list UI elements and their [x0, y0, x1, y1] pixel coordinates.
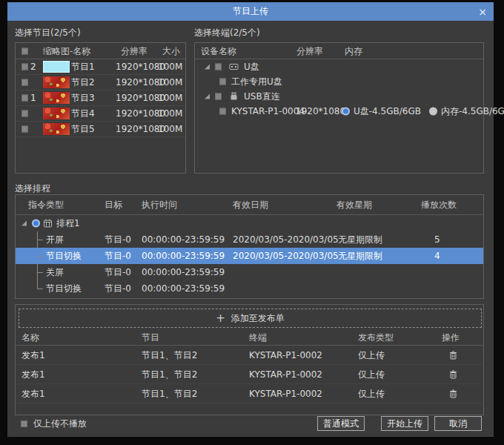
- publish-programs: 节目1、节目2: [142, 387, 197, 400]
- terminals-section-label: 选择终端(2/5个): [194, 27, 260, 39]
- publish-type: 仅上传: [358, 368, 385, 380]
- row-checkbox[interactable]: [21, 64, 28, 70]
- terminal-group-row[interactable]: U盘: [195, 59, 483, 74]
- program-row[interactable]: 节目5 1920*1080 100M: [16, 122, 185, 137]
- program-thumbnail: [43, 123, 70, 135]
- programs-section-label: 选择节目(2/5个): [15, 27, 81, 39]
- column-device-name: 设备名称: [201, 44, 236, 57]
- terminals-table-header: 设备名称 分辨率 内存: [195, 43, 483, 59]
- program-size: 100M: [158, 77, 182, 88]
- storage-memory-radio[interactable]: [429, 108, 437, 116]
- schedule-row[interactable]: 关屏 节目-0 00:00:00-23:59:59: [16, 264, 483, 280]
- row-checkbox[interactable]: [215, 93, 222, 100]
- row-checkbox[interactable]: [219, 108, 226, 115]
- program-row[interactable]: 节目2 1920*1080 100M: [16, 75, 185, 90]
- publish-name: 发布1: [21, 368, 45, 380]
- screen-background: 节目上传 × 选择节目(2/5个) 选择终端(2/5个) 缩略图-名称 分辨率 …: [0, 0, 504, 445]
- program-name: 节目4: [71, 108, 95, 120]
- command-type: 节目切换: [46, 283, 82, 295]
- column-valid-date: 有效日期: [233, 199, 268, 211]
- publish-rows: 发布1 节目1、节目2 KYSTAR-P1-0002 仅上传 发布1 节目1、节…: [16, 346, 483, 403]
- upload-only-checkbox[interactable]: [21, 421, 27, 427]
- row-checkbox[interactable]: [21, 111, 28, 117]
- program-row[interactable]: 2 节目1 1920*1080 100M: [16, 59, 185, 75]
- expand-icon[interactable]: [205, 65, 210, 70]
- schedule-section-label: 选择排程: [15, 182, 50, 195]
- expand-icon[interactable]: [21, 221, 27, 226]
- add-to-publish-button[interactable]: + 添加至发布单: [19, 309, 482, 328]
- program-name: 节目1: [71, 61, 95, 73]
- select-all-checkbox[interactable]: [21, 47, 28, 54]
- exec-time: 00:00:00-23:59:59: [142, 251, 225, 261]
- schedule-row[interactable]: 节目切换 节目-0 00:00:00-23:59:59: [16, 280, 483, 297]
- publish-terminal: KYSTAR-P1-0002: [249, 369, 322, 380]
- column-play-count: 播放次数: [421, 199, 457, 211]
- delete-icon[interactable]: [449, 370, 457, 379]
- expand-icon[interactable]: [205, 94, 210, 99]
- publish-name: 发布1: [21, 387, 45, 400]
- row-checkbox[interactable]: [219, 79, 226, 85]
- normal-mode-button[interactable]: 普通模式: [317, 416, 365, 431]
- upload-only-option[interactable]: 仅上传不播放: [21, 415, 87, 432]
- column-program: 节目: [142, 331, 159, 343]
- storage-udisk-radio[interactable]: [342, 108, 350, 116]
- publish-type: 仅上传: [358, 349, 385, 361]
- terminal-label: 工作专用U盘: [231, 76, 282, 88]
- delete-icon[interactable]: [449, 389, 457, 398]
- column-size: 大小: [162, 44, 180, 57]
- command-target: 节目-0: [105, 250, 131, 263]
- terminal-group-row[interactable]: USB直连: [195, 89, 483, 104]
- programs-table: 缩略图-名称 分辨率 大小 2 节目1 1920*1080 100M 节目2 1…: [15, 42, 186, 174]
- publish-table-header: 名称 节目 终端 发布类型 操作: [16, 329, 483, 346]
- terminal-child-row[interactable]: 工作专用U盘: [195, 74, 483, 89]
- command-target: 节目-0: [105, 283, 131, 295]
- row-checkbox[interactable]: [215, 64, 222, 70]
- close-icon[interactable]: ×: [471, 2, 494, 21]
- publish-terminal: KYSTAR-P1-0002: [249, 350, 322, 360]
- publish-name: 发布1: [21, 349, 45, 361]
- column-target: 目标: [105, 199, 122, 211]
- publish-row[interactable]: 发布1 节目1、节目2 KYSTAR-P1-0002 仅上传: [16, 346, 483, 365]
- schedule-row[interactable]: 开屏 节目-0 00:00:00-23:59:59 2020/03/05-202…: [16, 231, 483, 248]
- column-resolution: 分辨率: [296, 44, 323, 57]
- schedule-row-selected[interactable]: 节目切换 节目-0 00:00:00-23:59:59 2020/03/05-2…: [16, 248, 483, 264]
- terminal-group-label: USB直连: [244, 90, 280, 103]
- schedule-group-row[interactable]: 排程1: [16, 215, 483, 231]
- publish-row[interactable]: 发布1 节目1、节目2 KYSTAR-P1-0002 仅上传: [16, 365, 483, 384]
- column-command-type: 指令类型: [28, 199, 64, 211]
- row-checkbox[interactable]: [21, 126, 28, 133]
- program-name: 节目5: [71, 123, 95, 136]
- dialog-titlebar[interactable]: 节目上传 ×: [7, 2, 494, 21]
- valid-date: 2020/03/05-2020/03/05: [233, 234, 339, 245]
- add-to-publish-label: 添加至发布单: [231, 312, 285, 325]
- terminals-table: 设备名称 分辨率 内存 U盘 工作专用U盘: [194, 42, 484, 174]
- program-thumbnail: [43, 76, 70, 88]
- program-name: 节目2: [71, 76, 95, 89]
- start-upload-button[interactable]: 开始上传: [381, 416, 428, 431]
- publish-type: 仅上传: [358, 387, 385, 400]
- program-upload-dialog: 节目上传 × 选择节目(2/5个) 选择终端(2/5个) 缩略图-名称 分辨率 …: [7, 2, 494, 437]
- schedule-radio[interactable]: [32, 220, 40, 228]
- storage-memory-label: 内存-4.5GB/6GB: [441, 105, 504, 118]
- calendar-icon: [43, 219, 53, 228]
- row-checkbox[interactable]: [21, 79, 28, 86]
- command-target: 节目-0: [105, 266, 131, 279]
- cancel-button[interactable]: 取消: [434, 416, 482, 431]
- program-row[interactable]: 1 节目3 1920*1080 100M: [16, 90, 185, 106]
- program-row[interactable]: 节目4 1920*1080 100M: [16, 106, 185, 122]
- command-type: 节目切换: [46, 250, 82, 263]
- valid-week: 无星期限制: [338, 250, 382, 263]
- command-type: 关屏: [46, 266, 64, 279]
- publish-row[interactable]: 发布1 节目1、节目2 KYSTAR-P1-0002 仅上传: [16, 384, 483, 403]
- column-exec-time: 执行时间: [142, 199, 177, 211]
- valid-date: 2020/03/05-2020/03/05: [233, 251, 339, 261]
- publish-list: + 添加至发布单 名称 节目 终端 发布类型 操作 发布1 节目1、节目2 KY…: [15, 304, 484, 415]
- row-checkbox[interactable]: [21, 95, 28, 102]
- publish-terminal: KYSTAR-P1-0002: [249, 389, 322, 399]
- command-target: 节目-0: [105, 234, 131, 246]
- terminal-device-row[interactable]: KYSTAR-P1-0004 1920*1080 U盘-4.5GB/6GB 内存…: [195, 104, 483, 119]
- program-name: 节目3: [71, 92, 95, 105]
- schedule-rows: 排程1 开屏 节目-0 00:00:00-23:59:59 2020/03/05…: [16, 215, 483, 297]
- publish-programs: 节目1、节目2: [142, 368, 197, 380]
- delete-icon[interactable]: [449, 351, 457, 360]
